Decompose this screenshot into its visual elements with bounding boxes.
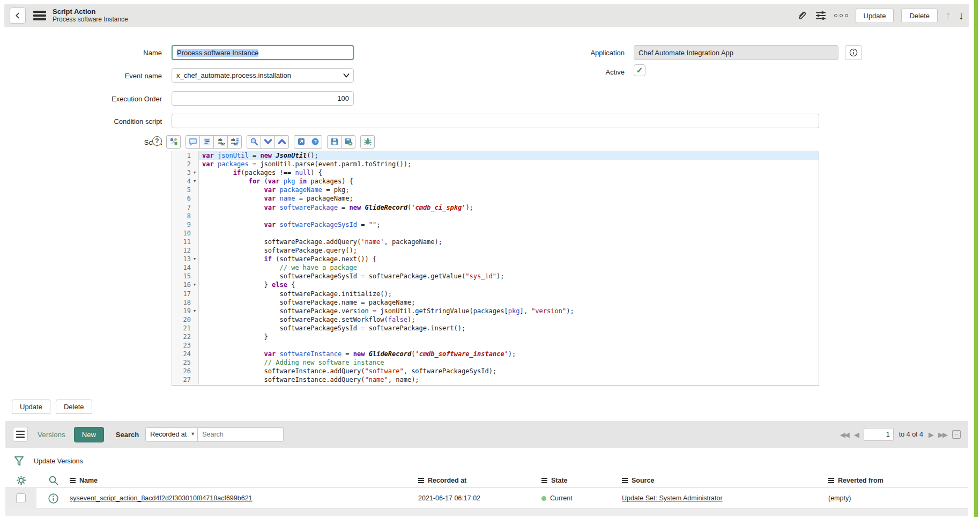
script-editor[interactable]: 1var jsonUtil = new JsonUtil();2var pack… — [172, 151, 819, 386]
update-button[interactable]: Update — [856, 9, 894, 23]
column-header-source[interactable]: Source — [622, 477, 828, 484]
debug-icon[interactable] — [360, 135, 375, 149]
application-info-button[interactable] — [845, 45, 862, 60]
svg-text:ab: ab — [231, 138, 235, 142]
reverted-from-value: (empty) — [828, 494, 968, 502]
row-info-icon[interactable] — [48, 493, 58, 504]
save-and-check-icon[interactable] — [341, 135, 355, 149]
search-code-icon[interactable] — [247, 135, 261, 149]
source-link[interactable]: Update Set: System Administrator — [622, 494, 723, 502]
code-line: 4▼ for (var pkg in packages) { — [172, 177, 819, 186]
syntax-editor-toggle-icon[interactable] — [166, 135, 181, 149]
code-line: 12 softwarePackage.query(); — [172, 246, 819, 255]
list-settings-gear-icon[interactable] — [16, 475, 26, 485]
code-line: 26 softwareInstance.addQuery("software",… — [172, 367, 819, 375]
column-menu-icon — [418, 478, 424, 483]
active-checkbox[interactable]: ✓ — [634, 64, 645, 76]
list-search-input[interactable] — [198, 427, 284, 442]
form-context-menu-icon[interactable] — [33, 11, 46, 20]
new-version-button[interactable]: New — [74, 427, 104, 442]
script-help-button[interactable]: ? — [152, 136, 162, 146]
versions-table-header: Name Recorded at State Source Reverted f… — [5, 473, 968, 488]
condition-script-input[interactable] — [172, 114, 819, 128]
version-record-link[interactable]: sysevent_script_action_8acd4f2d2f303010f… — [70, 494, 253, 502]
list-context-menu-icon[interactable] — [13, 427, 28, 442]
more-options-button[interactable] — [834, 14, 848, 17]
svg-text:?: ? — [314, 139, 317, 144]
code-line: 23 — [172, 341, 819, 350]
fold-arrow-icon[interactable]: ▼ — [191, 177, 198, 186]
fold-arrow-icon[interactable]: ▼ — [191, 168, 198, 177]
page-title-block: Script Action Process software Instance — [53, 8, 128, 24]
sliders-icon — [815, 10, 827, 21]
list-search-label: Search — [116, 431, 139, 439]
event-name-select[interactable]: x_chef_automate.process.installation — [172, 68, 354, 83]
column-header-reverted-from[interactable]: Reverted from — [828, 477, 968, 484]
column-header-state[interactable]: State — [541, 477, 622, 484]
replace-all-icon[interactable]: abac — [227, 135, 242, 149]
name-input[interactable]: Process software Instance — [172, 45, 354, 60]
versions-title[interactable]: Versions — [38, 431, 65, 439]
list-search-icon[interactable] — [48, 475, 58, 485]
previous-page-icon[interactable]: ◀ — [854, 431, 858, 439]
first-page-icon[interactable]: ◀◀ — [840, 431, 849, 439]
attachment-button[interactable] — [797, 10, 807, 21]
find-next-icon[interactable] — [261, 135, 275, 149]
filter-funnel-icon[interactable] — [14, 456, 24, 467]
delete-button-bottom[interactable]: Delete — [56, 400, 92, 414]
save-icon[interactable] — [327, 135, 341, 149]
column-menu-icon — [828, 478, 834, 483]
execution-order-label: Execution Order — [21, 95, 162, 103]
code-line: 11 softwarePackage.addQuery('name', pack… — [172, 238, 819, 246]
state-cell: Current — [541, 494, 622, 502]
name-label: Name — [21, 49, 162, 57]
previous-record-icon[interactable]: ↑ — [945, 9, 951, 22]
code-line: 16▼ } else { — [172, 280, 819, 289]
delete-button[interactable]: Delete — [901, 9, 938, 23]
info-icon — [849, 48, 858, 57]
format-code-icon[interactable] — [199, 135, 214, 149]
fold-arrow-icon[interactable]: ▼ — [191, 255, 198, 263]
personalize-form-button[interactable] — [815, 10, 827, 21]
code-line: 1var jsonUtil = new JsonUtil(); — [172, 151, 819, 160]
active-label: Active — [504, 68, 625, 76]
code-line: 10 — [172, 229, 819, 238]
open-in-window-icon[interactable] — [294, 135, 308, 149]
list-footer-strip — [5, 508, 968, 516]
find-previous-icon[interactable] — [274, 135, 289, 149]
chevron-left-icon — [13, 11, 22, 20]
script-action-page: Script Action Process software Instance … — [0, 0, 980, 517]
application-label: Application — [504, 49, 625, 57]
application-field: Chef Automate Integration App — [634, 45, 838, 60]
code-line: 24 var softwareInstance = new GlideRecor… — [172, 350, 819, 358]
question-mark-icon: ? — [155, 137, 159, 145]
event-name-label: Event name — [21, 72, 162, 80]
fold-arrow-icon[interactable]: ▼ — [191, 280, 198, 289]
more-options-icon — [834, 14, 848, 17]
filter-breadcrumb[interactable]: Update Versions — [34, 457, 83, 465]
svg-text:ac: ac — [221, 142, 225, 146]
svg-text:ab: ab — [218, 138, 222, 142]
replace-icon[interactable]: abac — [213, 135, 228, 149]
update-button-bottom[interactable]: Update — [12, 400, 50, 414]
minimize-list-icon[interactable]: − — [952, 430, 961, 439]
row-checkbox[interactable] — [16, 493, 26, 503]
column-header-name[interactable]: Name — [70, 477, 418, 484]
api-help-icon[interactable]: ? — [308, 135, 322, 149]
code-line: 17 softwarePackage.initialize(); — [172, 290, 819, 298]
back-button[interactable] — [10, 8, 26, 24]
execution-order-input[interactable]: 100 — [172, 91, 354, 106]
column-menu-icon — [70, 478, 76, 483]
recorded-at-value: 2021-06-17 06:17:02 — [418, 494, 541, 502]
toggle-comment-icon[interactable] — [185, 135, 200, 149]
search-field-select[interactable]: Recorded at — [145, 427, 198, 442]
code-line: 22 } — [172, 333, 819, 341]
next-page-icon[interactable]: ▶ — [929, 431, 933, 439]
execution-order-value: 100 — [337, 94, 349, 102]
versions-list-toolbar: Versions New Search Recorded at ▼ ◀◀ ◀ t… — [5, 421, 968, 448]
column-header-recorded-at[interactable]: Recorded at — [418, 477, 541, 484]
last-page-icon[interactable]: ▶▶ — [938, 431, 947, 439]
next-record-icon[interactable]: ↓ — [959, 9, 964, 22]
page-input[interactable] — [864, 428, 894, 441]
fold-arrow-icon[interactable]: ▼ — [191, 307, 198, 315]
